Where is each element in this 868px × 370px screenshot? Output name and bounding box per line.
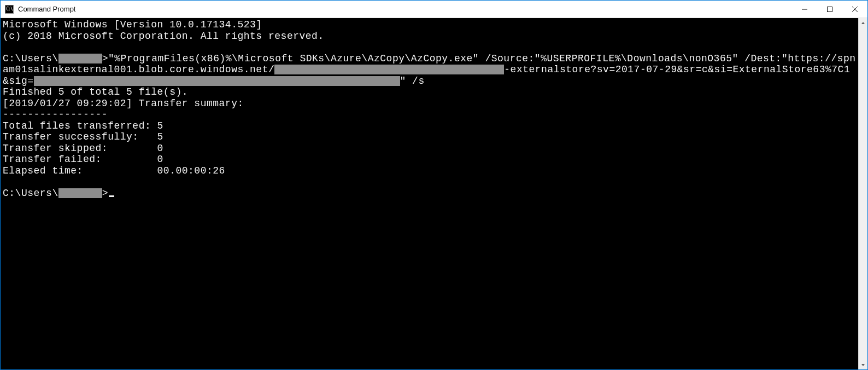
finished-line: Finished 5 of total 5 file(s). <box>3 86 188 97</box>
cmd-icon: C:\ <box>5 5 14 14</box>
minimize-button[interactable] <box>792 1 817 18</box>
titlebar[interactable]: C:\ Command Prompt <box>1 1 867 18</box>
cursor <box>109 195 114 197</box>
prompt-path-2: C:\Users\ <box>3 188 58 199</box>
command-prompt-window: C:\ Command Prompt Microsoft Windows [Ve… <box>0 0 868 370</box>
os-version-line: Microsoft Windows [Version 10.0.17134.52… <box>3 19 262 30</box>
copyright-line: (c) 2018 Microsoft Corporation. All righ… <box>3 31 324 42</box>
vertical-scrollbar[interactable] <box>858 18 867 369</box>
summary-header: [2019/01/27 09:29:02] Transfer summary: <box>3 98 244 109</box>
window-controls <box>792 1 867 18</box>
scroll-down-button[interactable] <box>859 360 867 369</box>
scroll-up-button[interactable] <box>859 18 867 27</box>
svg-rect-1 <box>828 7 832 11</box>
redacted-username <box>58 54 102 63</box>
svg-marker-5 <box>861 364 865 366</box>
close-button[interactable] <box>842 1 867 18</box>
client-area: Microsoft Windows [Version 10.0.17134.52… <box>1 18 867 369</box>
transfer-successfully: Transfer successfully: 5 <box>3 131 163 142</box>
window-title: Command Prompt <box>18 5 792 13</box>
scrollbar-track[interactable] <box>859 27 867 360</box>
svg-marker-4 <box>861 22 865 24</box>
transfer-skipped: Transfer skipped: 0 <box>3 143 163 154</box>
redacted-container <box>274 65 504 74</box>
command-part-3: " /s <box>400 76 425 86</box>
prompt-suffix: > <box>102 188 108 199</box>
elapsed-time: Elapsed time: 00.00:00:26 <box>3 165 225 176</box>
prompt-path: C:\Users\ <box>3 53 58 64</box>
maximize-button[interactable] <box>817 1 842 18</box>
transfer-failed: Transfer failed: 0 <box>3 154 163 165</box>
total-files-transferred: Total files transferred: 5 <box>3 120 163 131</box>
redacted-username-2 <box>58 188 102 198</box>
divider-line: ----------------- <box>3 109 108 120</box>
terminal-output[interactable]: Microsoft Windows [Version 10.0.17134.52… <box>1 18 858 369</box>
redacted-sig <box>34 76 400 86</box>
